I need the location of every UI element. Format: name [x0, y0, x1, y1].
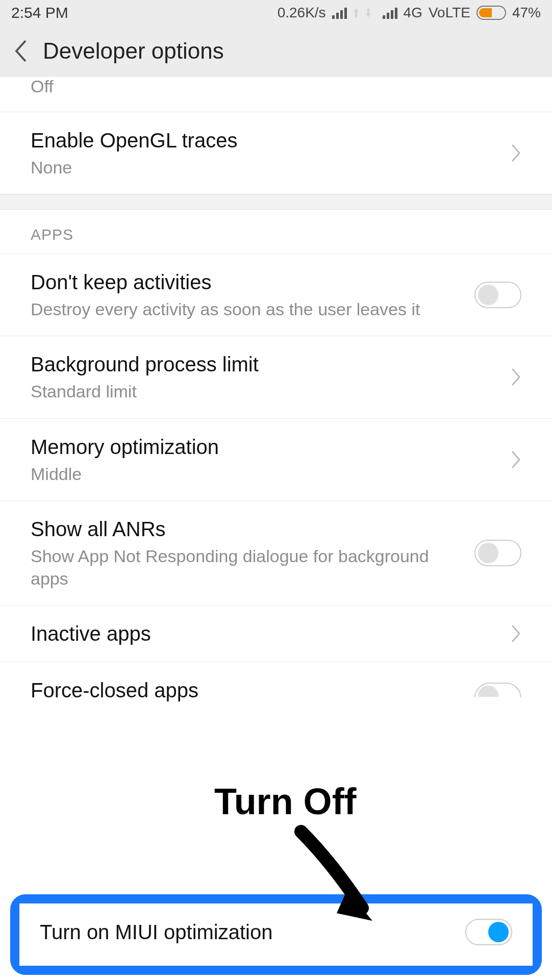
battery-pct: 47%: [512, 5, 541, 21]
chevron-right-icon: [511, 450, 521, 469]
annotation-text: Turn Off: [214, 781, 357, 822]
row-sub: Destroy every activity as soon as the us…: [31, 298, 464, 320]
row-title: Memory optimization: [31, 434, 501, 460]
battery-icon: [476, 6, 506, 20]
section-header-apps: APPS: [0, 210, 552, 254]
chevron-right-icon: [511, 144, 521, 162]
toggle-force-closed-apps[interactable]: [474, 683, 521, 698]
status-time: 2:54 PM: [11, 4, 68, 21]
row-title: Inactive apps: [31, 621, 501, 646]
row-force-closed-apps[interactable]: Force-closed apps: [0, 662, 552, 739]
toggle-dont-keep-activities[interactable]: [474, 282, 521, 308]
row-opengl-traces[interactable]: Enable OpenGL traces None: [0, 112, 552, 194]
row-title: Don't keep activities: [31, 269, 464, 295]
annotation-highlight-box: Turn on MIUI optimization: [10, 894, 542, 975]
row-title: Background process limit: [31, 351, 501, 377]
status-bar: 2:54 PM 0.26K/s 4G VoLTE 47%: [0, 0, 552, 26]
section-divider: [0, 194, 552, 210]
app-header: Developer options: [0, 26, 552, 77]
net-speed: 0.26K/s: [278, 5, 326, 21]
row-title: Force-closed apps: [31, 677, 464, 703]
toggle-miui-optimization[interactable]: [465, 919, 512, 945]
row-partial-top[interactable]: Off: [0, 77, 552, 112]
row-sub: None: [31, 156, 501, 179]
row-sub: Show App Not Responding dialogue for bac…: [31, 545, 464, 590]
row-miui-optimization[interactable]: Turn on MIUI optimization: [19, 903, 533, 966]
net-volte: VoLTE: [429, 5, 470, 21]
row-inactive-apps[interactable]: Inactive apps: [0, 606, 552, 662]
chevron-right-icon: [511, 368, 521, 386]
row-bg-process-limit[interactable]: Background process limit Standard limit: [0, 336, 552, 418]
row-title: Show all ANRs: [31, 516, 464, 542]
data-arrows-icon: [353, 6, 377, 19]
row-show-all-anrs[interactable]: Show all ANRs Show App Not Responding di…: [0, 501, 552, 606]
row-sub: Middle: [31, 463, 501, 485]
back-icon[interactable]: [14, 40, 28, 62]
row-sub: Standard limit: [31, 380, 501, 403]
chevron-right-icon: [511, 624, 521, 643]
signal2-icon: [383, 7, 397, 19]
settings-list[interactable]: Off Enable OpenGL traces None APPS Don't…: [0, 77, 552, 739]
row-memory-optimization[interactable]: Memory optimization Middle: [0, 419, 552, 501]
row-title: Turn on MIUI optimization: [40, 921, 272, 944]
row-sub: Off: [31, 77, 521, 96]
net-4g: 4G: [404, 5, 422, 21]
signal-icon: [332, 7, 347, 19]
toggle-show-all-anrs[interactable]: [474, 540, 521, 566]
status-right: 0.26K/s 4G VoLTE 47%: [278, 5, 541, 21]
page-title: Developer options: [43, 38, 224, 64]
row-dont-keep-activities[interactable]: Don't keep activities Destroy every acti…: [0, 254, 552, 336]
row-title: Enable OpenGL traces: [31, 128, 501, 153]
